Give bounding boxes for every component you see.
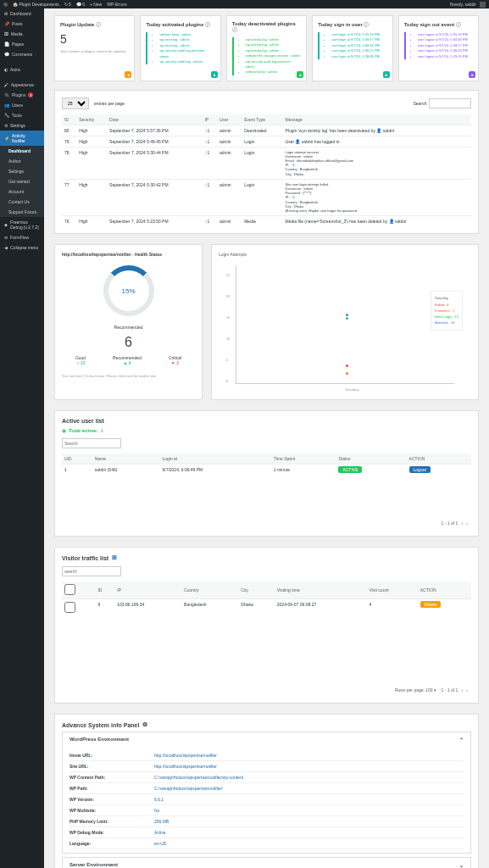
sidebar-item-settings[interactable]: ⚙Settings <box>0 120 44 131</box>
howdy-link[interactable]: Howdy, sabbir <box>450 2 476 7</box>
health-title: http://localhost/wpxpertise/notifier - H… <box>62 252 195 257</box>
wp-logo-icon[interactable]: ⓦ <box>3 2 8 7</box>
submenu-dashboard[interactable]: Dashboard <box>0 146 44 156</box>
delete-button[interactable]: Delete <box>420 601 441 608</box>
sidebar-item-formflow[interactable]: ✉FormFlow <box>0 232 44 242</box>
chart-area: 0 5 10 15 20 25 Saturday Failed : 4Forbi… <box>236 265 454 384</box>
plugins-badge: 3 <box>28 92 33 97</box>
chevron-down-icon: ⌄ <box>459 862 464 868</box>
log-row: 80HighSeptember 7, 2024 5:57:36 PM::1adm… <box>62 125 471 136</box>
submenu-settings[interactable]: Settings <box>0 166 44 176</box>
collapse-icon: ◀ <box>4 245 8 250</box>
accordion-head-server[interactable]: Server Environment⌄ <box>63 858 470 868</box>
active-user-row: 1sabbir (546)9/7/2024, 6:06:49 PM1 minut… <box>62 465 471 476</box>
sidebar-item-pages[interactable]: 📄Pages <box>0 39 44 49</box>
critical-val: ▼ 2 <box>169 360 181 365</box>
submenu-contact[interactable]: Contact Us <box>0 197 44 207</box>
sidebar-item-appearance[interactable]: 🖌Appearance <box>0 80 44 90</box>
log-row: 78HighSeptember 7, 2024 5:30:44 PM::1adm… <box>62 147 471 179</box>
entries-label: entries per page <box>94 101 125 106</box>
avatar-icon[interactable] <box>480 2 486 8</box>
comments-link[interactable]: 💬 0 <box>76 2 85 7</box>
chart-point-failed <box>346 364 348 367</box>
sidebar-item-users[interactable]: 👥Users <box>0 100 44 110</box>
summary-card: Today sign out event ⓘuser logout at 9/7… <box>398 15 479 81</box>
visitor-search-input[interactable] <box>62 566 121 576</box>
row-checkbox[interactable] <box>64 602 75 613</box>
sidebar-item-activity-notifier[interactable]: ⚡Activity Notifier <box>0 131 44 146</box>
sidebar-item-plugins[interactable]: 🔌Plugins 3 <box>0 90 44 100</box>
entries-per-page-select[interactable]: 25 <box>62 97 89 109</box>
sidebar-item-freemius[interactable]: ◆Freemius Debug [v.2.7.2] <box>0 217 44 232</box>
good-val: ✓ 15 <box>75 360 86 365</box>
activity-icon: ⚡ <box>4 136 9 141</box>
select-all-checkbox[interactable] <box>64 584 75 595</box>
visitor-table: IDIPCountryCityVisiting timeVisit countA… <box>62 581 471 616</box>
sysinfo-panel: Advance System info Panel ⚙ WordPress En… <box>54 714 479 868</box>
health-count: 6 <box>62 335 195 350</box>
sidebar-item-tools[interactable]: 🔧Tools <box>0 110 44 120</box>
summary-card: Today activated plugins ⓘwebroo keep : a… <box>140 15 220 81</box>
posts-icon: 📌 <box>4 21 9 26</box>
sidebar-item-posts[interactable]: 📌Posts <box>0 19 44 29</box>
submenu-author[interactable]: Author <box>0 156 44 166</box>
users-icon: 👥 <box>4 103 9 108</box>
submenu-getstarted[interactable]: Get started <box>0 176 44 186</box>
media-icon: 🖼 <box>4 31 8 36</box>
chart-point-attempts <box>346 314 348 316</box>
formflow-icon: ✉ <box>4 235 8 240</box>
sidebar-item-dashboard[interactable]: ⊞Dashboard <box>0 8 44 19</box>
sysinfo-row: WP Multisite:No <box>69 805 464 816</box>
total-active-icon: ◉ <box>62 427 66 433</box>
tools-icon: 🔧 <box>4 113 9 118</box>
health-panel: http://localhost/wpxpertise/notifier - H… <box>54 244 203 400</box>
active-users-panel: Active user list ◉ Total active: 1 UIDNa… <box>54 410 479 537</box>
log-row: 77HighSeptember 7, 2024 5:30:42 PM::1adm… <box>62 179 471 215</box>
dashboard-icon: ⊞ <box>4 11 8 16</box>
submenu-support[interactable]: Support Forum <box>0 207 44 217</box>
sidebar-item-astra[interactable]: ◐Astra <box>0 64 44 75</box>
submenu-account[interactable]: Account <box>0 186 44 197</box>
chart-point-initial <box>346 317 348 320</box>
search-label: Search: <box>413 101 427 106</box>
site-home-link[interactable]: 🏠 Plugin Developments <box>13 2 59 7</box>
sysinfo-gear-icon[interactable]: ⚙ <box>142 721 147 728</box>
card-corner-icon: ● <box>297 71 303 78</box>
admin-topbar: ⓦ 🏠 Plugin Developments ↻ 5 💬 0 + New WP… <box>0 0 489 8</box>
collapse-menu[interactable]: ◀Collapse menu <box>0 242 44 253</box>
sysinfo-row: Home URL:http://localhost/wpxpertise/not… <box>69 750 464 761</box>
active-users-table: UIDNameLogin atTime SpentStatusACTION 1s… <box>62 453 471 475</box>
logout-button[interactable]: Logout <box>409 466 431 473</box>
log-row: 79HighSeptember 7, 2024 5:49:45 PM::1adm… <box>62 136 471 147</box>
sidebar-item-comments[interactable]: 💬Comments <box>0 49 44 59</box>
sysinfo-title: Advance System info Panel <box>62 722 139 728</box>
login-chart-panel: Login Attempts 0 5 10 15 20 25 Saturday … <box>211 244 479 400</box>
card-corner-icon: ● <box>125 71 131 78</box>
summary-card: Today deactivated plugins ⓘwp activity l… <box>226 15 307 81</box>
admin-sidebar: ⊞Dashboard 📌Posts 🖼Media 📄Pages 💬Comment… <box>0 8 44 868</box>
sysinfo-row: Site URL:http://localhost/wpxpertise/not… <box>69 761 464 772</box>
chart-point-forbidden <box>346 372 348 375</box>
log-table-panel: 25 entries per page Search: IDSeverityDa… <box>54 90 479 234</box>
visitor-settings-icon[interactable]: ⊞ <box>112 554 117 561</box>
settings-icon: ⚙ <box>4 123 8 128</box>
wperrors-link[interactable]: WP-Errors <box>107 2 126 7</box>
comments-icon: 💬 <box>4 52 9 57</box>
updates-link[interactable]: ↻ 5 <box>64 2 71 7</box>
chart-xlabel: Saturday <box>346 387 359 392</box>
log-row: 76HighSeptember 7, 2024 5:23:50 PM::1adm… <box>62 216 471 227</box>
sysinfo-row: WP Content Path:C:\xampp\htdocs\wpxperti… <box>69 772 464 783</box>
chart-legend: Saturday Failed : 4Forbidden : 2Initial … <box>431 291 463 331</box>
summary-card: Today sign in user ⓘuser login at 9/7/24… <box>312 15 392 81</box>
sidebar-item-media[interactable]: 🖼Media <box>0 29 44 39</box>
new-link[interactable]: + New <box>90 2 102 7</box>
visitor-row: 9103.86.199.34BangladeshDhaka2024-09-07 … <box>62 599 471 617</box>
log-table: IDSeverityDateIPUserEvent TypeMessage 80… <box>62 114 471 226</box>
sysinfo-row: WP Version:6.6.1 <box>69 794 464 805</box>
accordion-head-wp-env[interactable]: WordPress Environment⌃ <box>63 732 470 747</box>
sysinfo-row: WP Path:C:\xampp\htdocs\wpxpertise\notif… <box>69 783 464 794</box>
visitor-pagination: Rows per page: 100 ▾ 1 - 1 of 1 ‹ › <box>62 684 471 696</box>
accordion-wp-env: WordPress Environment⌃ Home URL:http://l… <box>62 732 471 854</box>
active-search-input[interactable] <box>62 438 121 448</box>
log-search-input[interactable] <box>429 98 471 108</box>
